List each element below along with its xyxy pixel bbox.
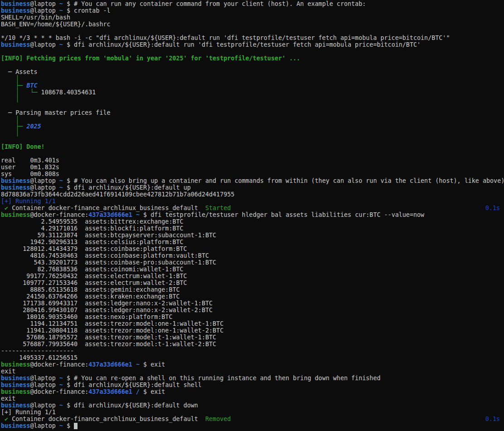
prompt-symbol: $ [63, 382, 74, 388]
container-hash: 8d78836a73fb3644cdd2d26aed41f6914109cbee… [1, 191, 234, 198]
prompt-user: business [1, 211, 30, 218]
balance-row: 59.31123874 assets:btcpayserver:subaccou… [1, 232, 216, 239]
prompt-symbol: $ [63, 0, 74, 7]
terminal-line: │ [1, 130, 503, 137]
prompt-symbol: $ [63, 402, 74, 409]
terminal[interactable]: business@laptop ~ $ # You can run any co… [0, 0, 503, 431]
container-status: Removed [205, 416, 231, 422]
terminal-line [1, 103, 503, 109]
command-text: dfi archlinux/${USER}:default up [74, 184, 191, 191]
tree-branch: │ [1, 96, 19, 103]
docker-progress: [+] Running 1/1 [1, 198, 56, 205]
terminal-line [1, 48, 503, 55]
terminal-line: ✔ Container docker-finance_archlinux_bus… [1, 205, 503, 211]
crontab-env-var: BASH_ENV=/home/${USER}/.bashrc [1, 21, 111, 28]
terminal-line: 171738.69943317 assets:ledger:nano:x-2:w… [1, 300, 503, 307]
terminal-line: 1194.12134751 assets:trezor:model:one-1:… [1, 320, 503, 327]
terminal-line: 4816.74530463 assets:coinbase:platform:v… [1, 252, 503, 259]
docker-progress: [+] Running 1/1 [1, 409, 56, 416]
prompt-user: business [1, 382, 30, 388]
prompt-container-id: 437a33d666e1 [88, 211, 132, 218]
prompt-user: business [1, 402, 30, 409]
balance-row: 4816.74530463 assets:coinbase:platform:v… [1, 252, 209, 259]
terminal-line: 1495337.61256515 [1, 354, 503, 361]
prompt-container-id: 437a33d666e1 [88, 388, 132, 395]
terminal-line [1, 137, 503, 143]
balance-row: 11941.20804118 assets:trezor:model:one-1… [1, 327, 223, 334]
tree-branch: │ [1, 75, 19, 82]
terminal-line: business@laptop ~ $ dfi archlinux/${USER… [1, 402, 503, 409]
balance-row: 171738.69943317 assets:ledger:nano:x-2:w… [1, 300, 213, 307]
prompt-cwd: ~ [59, 422, 63, 429]
tree-node-label: ─ Assets [1, 69, 38, 75]
command-text: exit [150, 388, 165, 395]
prompt-user: business [1, 375, 30, 382]
terminal-line: 99177.76250432 assets:electrum:wallet-1:… [1, 273, 503, 279]
terminal-line: 59.31123874 assets:btcpayserver:subaccou… [1, 232, 503, 239]
balance-row: 57686.18795572 assets:trezor:model:t-1:w… [1, 334, 216, 341]
balance-row: 1942.90296313 assets:celsius:platform:BT… [1, 239, 184, 245]
command-text: dfi archlinux/${USER}:default run 'dfi t… [74, 41, 421, 48]
terminal-line: business@laptop ~ $ crontab -l [1, 7, 503, 14]
balance-row: 8885.65135618 assets:gemini:exchange:BTC [1, 286, 180, 293]
terminal-line: ✔ Container docker-finance_archlinux_bus… [1, 416, 503, 422]
terminal-line [1, 150, 503, 157]
info-message: [INFO] Fetching prices from 'mobula' in … [1, 55, 300, 62]
terminal-line: 109777.27153346 assets:electrum:wallet-2… [1, 279, 503, 286]
prompt-host: @laptop [30, 177, 59, 184]
terminal-line: [INFO] Done! [1, 143, 503, 150]
balance-row: 82.76838536 assets:coinomi:wallet-1:BTC [1, 266, 184, 273]
prompt-cwd: ~ [136, 211, 140, 218]
prompt-host: @docker-finance: [30, 361, 88, 368]
terminal-line: user 0m1.832s [1, 164, 503, 171]
terminal-line: business@laptop ~ $ # You can re-open a … [1, 375, 503, 382]
prompt-user: business [1, 177, 30, 184]
prompt-cwd: ~ [59, 375, 63, 382]
time-real: real 0m3.401s [1, 157, 59, 164]
prompt-symbol: $ [140, 211, 150, 218]
terminal-line: 4.29171016 assets:blockfi:platform:BTC [1, 225, 503, 232]
prompt-host: @laptop [30, 382, 59, 388]
cursor [74, 423, 78, 429]
terminal-line: [+] Running 1/1 [1, 409, 503, 416]
terminal-line: exit [1, 368, 503, 375]
balance-row: 18016.90353460 assets:nexo:platform:BTC [1, 313, 172, 320]
prompt-host: @laptop [30, 184, 59, 191]
terminal-line [1, 28, 503, 34]
prompt-host: @laptop [30, 375, 59, 382]
command-text: dfi testprofile/testuser hledger bal ass… [150, 211, 424, 218]
terminal-line: 11941.20804118 assets:trezor:model:one-1… [1, 327, 503, 334]
tree-branch: ├─ [1, 82, 26, 89]
terminal-line: ├─ BTC [1, 82, 503, 89]
text-segment [1, 416, 5, 422]
command-text: # You can re-open a shell on this runnin… [74, 375, 380, 382]
prompt-cwd: ~ [136, 361, 140, 368]
terminal-line: ─ Parsing master prices file [1, 109, 503, 116]
tree-node-label: ─ Parsing master prices file [1, 109, 111, 116]
time-user: user 0m1.832s [1, 164, 59, 171]
prompt-user: business [1, 41, 30, 48]
exit-output: exit [1, 368, 15, 375]
prompt-cwd: ~ [59, 402, 63, 409]
prompt-spacer [132, 361, 136, 368]
terminal-line: -------------------- [1, 348, 503, 354]
info-message: [INFO] Done! [1, 143, 45, 150]
terminal-line: 82.76838536 assets:coinomi:wallet-1:BTC [1, 266, 503, 273]
terminal-line: [INFO] Fetching prices from 'mobula' in … [1, 55, 503, 62]
prompt-symbol: $ [140, 388, 150, 395]
command-text: dfi archlinux/${USER}:default shell [74, 382, 202, 388]
prompt-cwd: ~ [59, 382, 63, 388]
terminal-line [1, 62, 503, 69]
exit-output: exit [1, 395, 15, 402]
terminal-line: │ └─ 108678.40354631 [1, 89, 503, 96]
crontab-shell-var: SHELL=/usr/bin/bash [1, 14, 70, 21]
terminal-line: 128012.41434379 assets:coinbase:platform… [1, 245, 503, 252]
command-text: exit [150, 361, 165, 368]
terminal-line: 576887.79935640 assets:trezor:model:t-1:… [1, 341, 503, 348]
check-icon: ✔ [5, 416, 8, 422]
terminal-line: 18016.90353460 assets:nexo:platform:BTC [1, 313, 503, 320]
prompt-symbol: $ [63, 7, 74, 14]
check-icon: ✔ [5, 205, 8, 211]
terminal-line: 24150.63764266 assets:kraken:exchange:BT… [1, 293, 503, 300]
prompt-host: @laptop [30, 422, 59, 429]
